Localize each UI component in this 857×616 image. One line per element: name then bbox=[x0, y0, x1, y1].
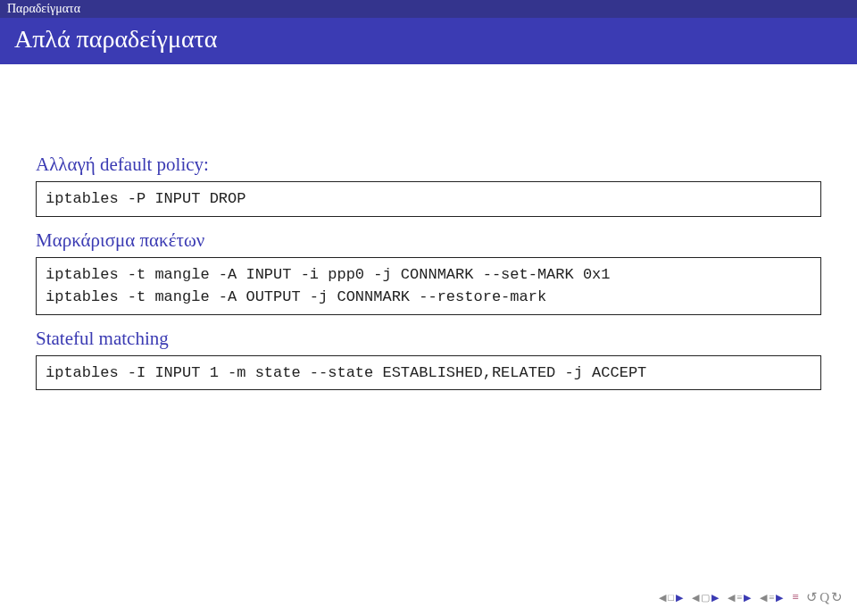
subsection-icon: ≡ bbox=[769, 592, 774, 603]
section-label: Παραδείγματα bbox=[7, 2, 80, 15]
slide-icon: □ bbox=[668, 592, 674, 603]
equals-icon: ≡ bbox=[792, 590, 804, 604]
prev-section-icon: ◀ bbox=[728, 593, 735, 603]
section-header: Παραδείγματα bbox=[0, 0, 857, 18]
nav-subsection-group[interactable]: ◀ ≡ ▶ bbox=[760, 592, 783, 603]
back-arc-icon: ↺ bbox=[806, 589, 818, 605]
forward-arc-icon: ↻ bbox=[831, 589, 843, 605]
block-label-mark: Μαρκάρισμα πακέτων bbox=[36, 229, 821, 252]
code-mark: iptables -t mangle -A INPUT -i ppp0 -j C… bbox=[36, 257, 821, 315]
nav-circle-group[interactable]: ↺ Q ↻ bbox=[806, 589, 843, 605]
slide-content: Αλλαγή default policy: iptables -P INPUT… bbox=[0, 64, 857, 390]
prev-subsection-icon: ◀ bbox=[760, 593, 767, 603]
nav-section-group[interactable]: ◀ ≡ ▶ bbox=[728, 592, 751, 603]
next-section-icon: ▶ bbox=[744, 593, 751, 603]
nav-frame-group[interactable]: ◀ ▢ ▶ bbox=[692, 592, 719, 604]
next-subsection-icon: ▶ bbox=[776, 593, 783, 603]
code-policy: iptables -P INPUT DROP bbox=[36, 181, 821, 217]
frame-icon: ▢ bbox=[701, 592, 710, 604]
slide-title: Απλά παραδείγματα bbox=[0, 18, 857, 64]
section-icon: ≡ bbox=[736, 592, 742, 603]
code-stateful: iptables -I INPUT 1 -m state --state EST… bbox=[36, 355, 821, 391]
title-text: Απλά παραδείγματα bbox=[14, 25, 218, 53]
search-icon-placeholder: Q bbox=[820, 590, 829, 605]
block-label-policy: Αλλαγή default policy: bbox=[36, 154, 821, 176]
nav-slide-group[interactable]: ◀ □ ▶ bbox=[659, 592, 683, 603]
beamer-nav: ◀ □ ▶ ◀ ▢ ▶ ◀ ≡ ▶ ◀ ≡ ▶ ≡ ↺ Q ↻ bbox=[659, 589, 843, 605]
prev-slide-icon: ◀ bbox=[659, 593, 666, 603]
next-frame-icon: ▶ bbox=[711, 593, 719, 603]
block-label-stateful: Stateful matching bbox=[36, 328, 821, 350]
prev-frame-icon: ◀ bbox=[692, 593, 699, 603]
next-slide-icon: ▶ bbox=[676, 593, 683, 603]
